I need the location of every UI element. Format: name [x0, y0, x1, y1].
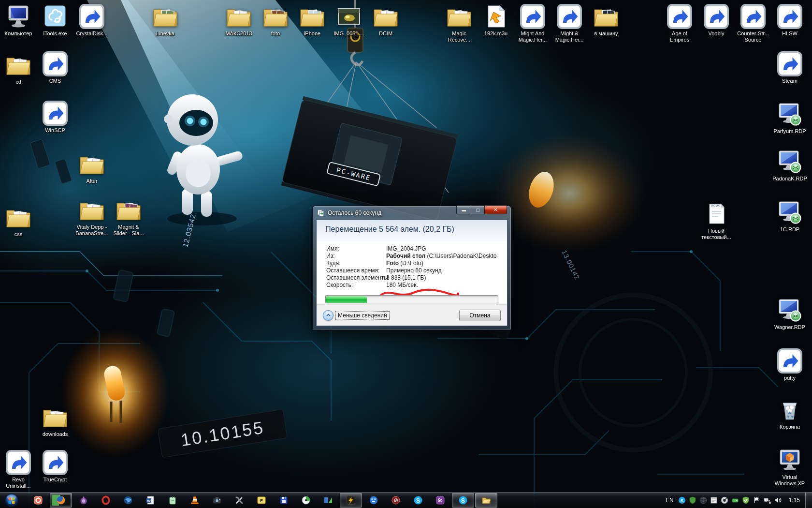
- less-details-button[interactable]: Меньше сведений: [323, 310, 389, 321]
- desktop-icon-1c-rdp[interactable]: ><1C.RDP: [768, 200, 811, 233]
- desktop-icon-img0051[interactable]: IMG_0051....: [328, 4, 370, 37]
- desktop-icon-m3u-playlist[interactable]: 192k.m3u: [475, 4, 517, 37]
- action-center-flag-icon[interactable]: [753, 496, 760, 504]
- desktop-icon-truecrypt[interactable]: TrueCrypt: [34, 450, 76, 483]
- desktop-icon-magic-recovery[interactable]: MagicRecove...: [438, 4, 480, 43]
- row-value: Примерно 60 секунд: [386, 267, 442, 274]
- taskbar: WES9:S EN S 1:15: [0, 492, 812, 508]
- taskbar-app-tor-browser[interactable]: [72, 493, 95, 508]
- row-label: Имя:: [326, 245, 386, 253]
- show-desktop-button[interactable]: [805, 493, 812, 508]
- dialog-info-row: Оставшиеся элементы:3 838 (15,1 ГБ): [326, 274, 507, 282]
- dialog-titlebar[interactable]: Осталось 60 секунд ▬ ▢ ✕: [313, 206, 511, 220]
- desktop-icon-new-text-file[interactable]: Новыйтекстовый...: [695, 201, 738, 240]
- desktop-icon-might-and-magic[interactable]: Might AndMagic.Her...: [511, 4, 554, 43]
- desktop-icon-label: Корзина: [780, 424, 800, 430]
- firefox-icon: [56, 495, 66, 505]
- desktop-icon-virtual-windows-xp[interactable]: VirtualWindows XP: [768, 448, 811, 487]
- taskbar-app-admin-tools[interactable]: [228, 493, 250, 508]
- desktop-icon-label: Wagner.RDP: [774, 324, 805, 330]
- desktop-icon-css[interactable]: css: [0, 205, 40, 238]
- desktop-icon-itools[interactable]: iTools.exe: [34, 4, 76, 37]
- cancel-button[interactable]: Отмена: [459, 310, 501, 321]
- desktop-icon-label: Компьютер: [5, 30, 32, 37]
- taskbar-app-firefox[interactable]: [50, 493, 72, 508]
- desktop-icon-steam[interactable]: Steam: [768, 51, 811, 84]
- drive-tray-icon[interactable]: [731, 496, 739, 504]
- row-label: Скорость:: [326, 282, 386, 289]
- desktop-icon-cms[interactable]: CMS CMS: [34, 51, 76, 84]
- desktop-icon-hlsw[interactable]: HLSW: [768, 4, 811, 37]
- desktop-icon-crystaldisk[interactable]: CrystalDisk...: [71, 4, 113, 37]
- desktop-icon-foto[interactable]: foto: [254, 4, 297, 37]
- might-and-magic-icon: [520, 4, 545, 29]
- taskbar-app-winamp[interactable]: [340, 493, 362, 508]
- desktop-icon-downloads[interactable]: downloads: [34, 404, 76, 437]
- taskbar-app-filezilla[interactable]: [317, 493, 339, 508]
- skype-tray-icon[interactable]: S: [678, 496, 686, 504]
- desktop-icon-padonak-rdp[interactable]: ><PadonaK.RDP: [768, 149, 811, 182]
- age-of-empires-icon: [667, 4, 692, 29]
- itools-icon: [43, 4, 68, 29]
- vlc-icon: [190, 495, 200, 505]
- taskbar-app-word[interactable]: W: [139, 493, 161, 508]
- network-tray-icon[interactable]: [763, 496, 771, 504]
- desktop-icon-v-mashinu[interactable]: в машину: [585, 4, 627, 37]
- row-label: Куда:: [326, 260, 386, 267]
- desktop-icon-magnit-slider[interactable]: Magnit &Slider - Sla...: [107, 197, 150, 237]
- language-indicator[interactable]: EN: [661, 497, 678, 504]
- desktop-icon-vitaly-depp[interactable]: Vitaly Depp -BananaStre...: [71, 197, 113, 237]
- desktop-icon-parfyum-rdp[interactable]: ><Parfyum.RDP: [768, 102, 811, 134]
- taskbar-app-vlc[interactable]: [184, 493, 206, 508]
- desktop-icon-iphone[interactable]: iPhone: [291, 4, 334, 37]
- taskbar-app-file-manager[interactable]: E: [250, 493, 273, 508]
- taskbar-clock[interactable]: 1:15: [782, 497, 805, 504]
- desktop-icon-label: RevoUninstall...: [6, 477, 30, 489]
- taskbar-app-audio-player[interactable]: [295, 493, 317, 508]
- taskbar-app-skype[interactable]: S: [407, 493, 429, 508]
- desktop-icon-after[interactable]: After: [71, 151, 113, 184]
- taskbar-app-red-o-app[interactable]: [27, 493, 49, 508]
- desktop-icon-winscp[interactable]: WinSCP: [34, 101, 76, 134]
- winscp-icon: [43, 101, 68, 126]
- capture-tool-tray-icon[interactable]: [721, 496, 728, 504]
- security-check-tray-icon[interactable]: [742, 496, 750, 504]
- desktop-icon-putty[interactable]: putty: [768, 348, 811, 381]
- desktop-icon-counter-strike-source[interactable]: Counter-Str...Source: [732, 4, 774, 43]
- desktop-icon-might-magic-2[interactable]: Might &Magic.Her...: [548, 4, 591, 43]
- taskbar-app-red-circle-app[interactable]: [385, 493, 407, 508]
- maximize-button[interactable]: ▢: [471, 206, 484, 214]
- desktop-icon-linevka[interactable]: Linevka: [144, 4, 187, 37]
- taskbar-app-photo-tool[interactable]: [206, 493, 228, 508]
- taskbar-app-explorer-window[interactable]: [475, 493, 497, 508]
- minimize-button[interactable]: ▬: [456, 206, 471, 214]
- desktop-icon-recycle-bin[interactable]: Корзина: [768, 397, 811, 430]
- taskbar-app-opera[interactable]: [95, 493, 117, 508]
- dialog-content: Перемещение 5 564 элем. (20,2 ГБ) Имя:IM…: [316, 220, 508, 326]
- row-label: Оставшееся время:: [326, 267, 386, 274]
- taskbar-app-blue-circle-app[interactable]: [362, 493, 385, 508]
- start-button[interactable]: [2, 493, 21, 508]
- desktop-icon-maks2013[interactable]: МАКС2013: [218, 4, 260, 37]
- desktop-icon-dcim[interactable]: DCIM: [364, 4, 407, 37]
- close-button[interactable]: ✕: [484, 206, 507, 214]
- svg-text:S: S: [461, 497, 465, 504]
- volume-tray-icon[interactable]: [774, 496, 782, 504]
- taskbar-app-skype-window[interactable]: S: [452, 493, 474, 508]
- taskbar-app-thunderbird[interactable]: [117, 493, 139, 508]
- row-label: Оставшиеся элементы:: [326, 274, 386, 282]
- dialog-info-row: Оставшееся время:Примерно 60 секунд: [326, 267, 507, 274]
- antivirus-shield-tray-icon[interactable]: [689, 496, 696, 504]
- desktop-icon-label: Parfyum.RDP: [773, 128, 806, 134]
- desktop-icon-wagner-rdp[interactable]: ><Wagner.RDP: [768, 298, 811, 330]
- taskbar-app-notes-app[interactable]: [161, 493, 184, 508]
- taskbar-app-save-tool[interactable]: [273, 493, 295, 508]
- blue-circle-app-icon: [369, 495, 378, 505]
- dialog-header-text: Перемещение 5 564 элем. (20,2 ГБ): [317, 220, 507, 241]
- globe-app-tray-icon[interactable]: [699, 496, 707, 504]
- desktop-icon-label: 192k.m3u: [484, 30, 508, 37]
- notes-tray-icon[interactable]: [710, 496, 718, 504]
- desktop-icon-age-of-empires[interactable]: Age ofEmpires: [658, 4, 701, 43]
- taskbar-app-purple-app[interactable]: 9:: [429, 493, 451, 508]
- desktop-icon-voobly[interactable]: Voobly: [695, 4, 738, 37]
